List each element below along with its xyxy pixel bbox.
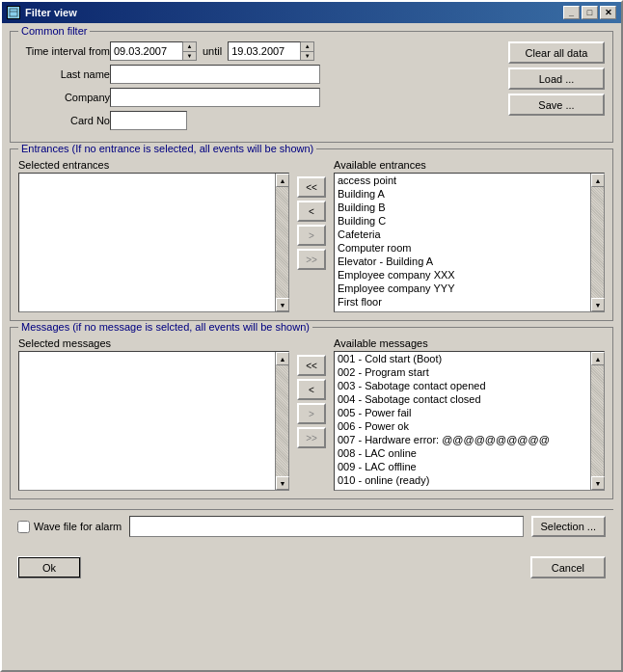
entrances-section-label: Entrances (If no entrance is selected, a…: [18, 143, 316, 154]
time-to-input[interactable]: [228, 41, 301, 61]
available-messages-label: Available messages: [334, 337, 605, 349]
list-item[interactable]: access point: [335, 174, 590, 187]
cancel-button[interactable]: Cancel: [530, 556, 606, 578]
available-entrances-scrollbar[interactable]: ▲ ▼: [590, 174, 604, 311]
list-item[interactable]: Elevator - Building A: [335, 255, 590, 268]
messages-transfer-left-btn[interactable]: <: [297, 379, 326, 400]
list-item[interactable]: 001 - Cold start (Boot): [335, 352, 590, 365]
entrances-transfer-right-btn[interactable]: >: [297, 225, 326, 246]
messages-content: Selected messages ▲ ▼ <<: [18, 337, 605, 491]
load-button[interactable]: Load ...: [508, 67, 605, 90]
scroll-track: [276, 187, 288, 298]
list-item[interactable]: Building C: [335, 214, 590, 228]
selected-messages-list[interactable]: ▲ ▼: [18, 351, 289, 491]
scroll-up-btn[interactable]: ▲: [591, 352, 605, 365]
entrances-transfer-left-btn[interactable]: <: [297, 201, 326, 222]
list-item[interactable]: Computer room: [335, 241, 590, 255]
time-to-up-btn[interactable]: ▲: [301, 42, 313, 52]
list-item[interactable]: 003 - Sabotage contact opened: [335, 379, 590, 392]
clear-all-data-button[interactable]: Clear all data: [508, 41, 605, 64]
time-from-down-btn[interactable]: ▼: [183, 52, 196, 61]
messages-transfer-right-btn[interactable]: >: [297, 403, 326, 424]
selected-messages-label: Selected messages: [18, 337, 289, 349]
list-item[interactable]: 005 - Power fail: [335, 406, 590, 419]
selected-messages-container: Selected messages ▲ ▼: [18, 337, 289, 491]
list-item[interactable]: Employee company YYY: [335, 282, 590, 295]
wave-file-label: Wave file for alarm: [34, 521, 122, 532]
scroll-track: [591, 365, 604, 476]
scroll-up-btn[interactable]: ▲: [276, 352, 289, 365]
ok-button[interactable]: Ok: [17, 556, 81, 578]
common-filter-fields: Time interval from ▲ ▼ until: [18, 41, 508, 134]
selected-entrances-list[interactable]: ▲ ▼: [18, 173, 289, 312]
selected-entrances-container: Selected entrances ▲ ▼: [18, 159, 289, 312]
available-entrances-label: Available entrances: [334, 159, 605, 171]
messages-transfer-all-left-btn[interactable]: <<: [297, 355, 326, 376]
list-item[interactable]: Employee company XXX: [335, 268, 590, 282]
wave-file-bar: Wave file for alarm Selection ...: [10, 509, 613, 543]
card-no-input[interactable]: [110, 111, 187, 130]
scroll-up-btn[interactable]: ▲: [591, 174, 605, 187]
time-from-up-btn[interactable]: ▲: [183, 42, 196, 52]
common-filter-label: Common filter: [18, 25, 90, 37]
minimize-button[interactable]: _: [563, 6, 580, 19]
list-item[interactable]: Building A: [335, 187, 590, 201]
wave-file-checkbox-wrapper: Wave file for alarm: [17, 521, 122, 533]
list-item[interactable]: Fourth floor: [335, 309, 590, 311]
list-item[interactable]: 008 - LAC online: [335, 446, 590, 460]
list-item[interactable]: 006 - Power ok: [335, 419, 590, 433]
company-input[interactable]: [110, 88, 320, 107]
save-button[interactable]: Save ...: [508, 94, 605, 116]
list-item[interactable]: 011 - offline (out of order): [335, 487, 590, 490]
messages-transfer-all-right-btn[interactable]: >>: [297, 427, 326, 448]
scroll-down-btn[interactable]: ▼: [276, 476, 289, 490]
scroll-up-btn[interactable]: ▲: [276, 174, 289, 187]
window-icon: [7, 6, 20, 19]
selected-entrances-scrollbar[interactable]: ▲ ▼: [275, 174, 288, 311]
maximize-button[interactable]: □: [582, 6, 598, 19]
time-from-input[interactable]: [110, 41, 183, 61]
filter-view-window: Filter view _ □ ✕ Common filter Time int…: [0, 0, 623, 672]
available-messages-items[interactable]: 001 - Cold start (Boot) 002 - Program st…: [335, 352, 590, 490]
footer-bar: Ok Cancel: [10, 551, 613, 584]
available-entrances-list[interactable]: access point Building A Building B Build…: [334, 173, 605, 312]
scroll-down-btn[interactable]: ▼: [276, 298, 289, 311]
scroll-track: [591, 187, 604, 298]
available-entrances-container: Available entrances access point Buildin…: [334, 159, 605, 312]
entrances-group: Entrances (If no entrance is selected, a…: [10, 148, 613, 321]
time-to-down-btn[interactable]: ▼: [301, 52, 313, 61]
last-name-input[interactable]: [110, 65, 320, 84]
wave-file-input[interactable]: [129, 516, 523, 537]
available-messages-list[interactable]: 001 - Cold start (Boot) 002 - Program st…: [334, 351, 605, 491]
available-entrances-items[interactable]: access point Building A Building B Build…: [335, 174, 590, 311]
list-item[interactable]: 009 - LAC offline: [335, 460, 590, 473]
company-row: Company: [18, 88, 508, 107]
entrances-transfer-all-right-btn[interactable]: >>: [297, 249, 326, 270]
list-item[interactable]: 010 - online (ready): [335, 473, 590, 487]
list-item[interactable]: 007 - Hardware error: @@@@@@@@@@: [335, 433, 590, 446]
list-item[interactable]: First floor: [335, 295, 590, 309]
selected-messages-items: [19, 352, 275, 490]
list-item[interactable]: 002 - Program start: [335, 365, 590, 379]
list-item[interactable]: Cafeteria: [335, 228, 590, 241]
messages-transfer-buttons: << < > >>: [297, 355, 326, 491]
company-label: Company: [18, 92, 110, 103]
wave-file-checkbox[interactable]: [17, 521, 30, 533]
title-bar-buttons: _ □ ✕: [563, 6, 616, 19]
time-to-spinner: ▲ ▼: [301, 41, 314, 61]
time-from-spinner: ▲ ▼: [183, 41, 197, 61]
messages-group: Messages (if no message is selcted, all …: [10, 327, 613, 499]
entrances-transfer-all-left-btn[interactable]: <<: [297, 176, 326, 198]
common-filter-buttons: Clear all data Load ... Save ...: [508, 41, 605, 116]
scroll-track: [276, 365, 288, 476]
entrances-content: Selected entrances ▲ ▼ <<: [18, 159, 605, 312]
scroll-down-btn[interactable]: ▼: [591, 298, 605, 311]
selected-messages-scrollbar[interactable]: ▲ ▼: [275, 352, 288, 490]
title-bar: Filter view _ □ ✕: [2, 2, 621, 23]
close-button[interactable]: ✕: [600, 6, 616, 19]
available-messages-scrollbar[interactable]: ▲ ▼: [590, 352, 604, 490]
scroll-down-btn[interactable]: ▼: [591, 476, 605, 490]
list-item[interactable]: Building B: [335, 201, 590, 214]
selection-button[interactable]: Selection ...: [531, 516, 606, 537]
list-item[interactable]: 004 - Sabotage contact closed: [335, 392, 590, 406]
